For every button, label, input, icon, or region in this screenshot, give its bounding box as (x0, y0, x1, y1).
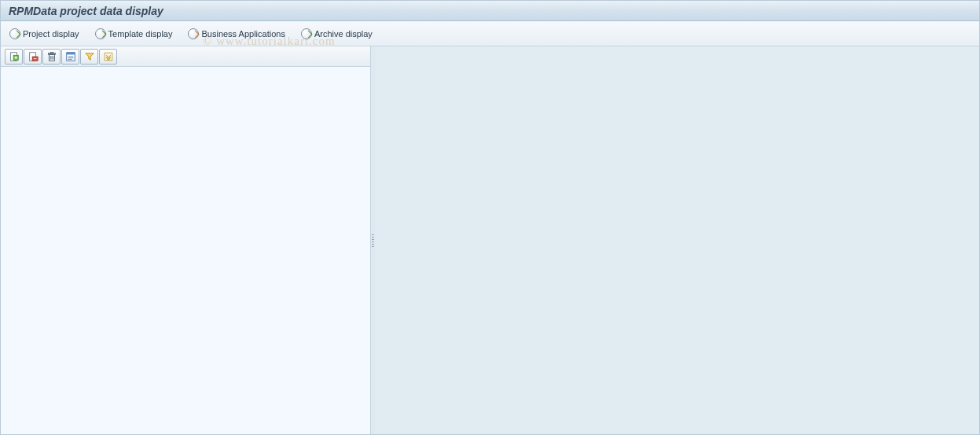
button-label: Template display (108, 28, 173, 40)
button-label: Project display (23, 28, 79, 40)
button-label: Archive display (314, 28, 373, 40)
application-toolbar: Project display Template display Busines… (1, 21, 979, 46)
filter-button[interactable] (80, 49, 98, 65)
delete-button[interactable] (42, 49, 61, 65)
filter-icon (84, 51, 95, 62)
business-applications-button[interactable]: Business Applications (185, 25, 290, 42)
svg-rect-9 (50, 52, 53, 53)
project-display-button[interactable]: Project display (7, 25, 85, 42)
open-button[interactable] (24, 49, 42, 65)
details-icon (65, 51, 76, 62)
left-panel (1, 46, 371, 434)
execute-icon (301, 28, 312, 39)
button-label: Business Applications (201, 28, 284, 40)
tree-area (1, 67, 370, 434)
open-icon (28, 51, 39, 62)
execute-icon (188, 28, 199, 39)
title-bar: RPMData project data display (1, 1, 979, 21)
details-toggle-button[interactable] (61, 49, 79, 65)
execute-icon (9, 28, 20, 39)
archive-display-button[interactable]: Archive display (299, 25, 378, 42)
trash-icon (46, 51, 57, 62)
svg-rect-14 (66, 52, 75, 54)
splitter-handle[interactable] (371, 46, 376, 434)
expand-icon (103, 51, 114, 62)
right-panel (376, 46, 979, 434)
main-content (1, 46, 979, 434)
page-title: RPMData project data display (9, 5, 163, 17)
template-display-button[interactable]: Template display (93, 25, 178, 42)
splitter-grip-icon (372, 231, 375, 250)
execute-icon (95, 28, 106, 39)
expand-button[interactable] (99, 49, 117, 65)
icon-toolbar (1, 46, 370, 67)
create-button[interactable] (5, 49, 23, 65)
create-icon (9, 51, 20, 62)
